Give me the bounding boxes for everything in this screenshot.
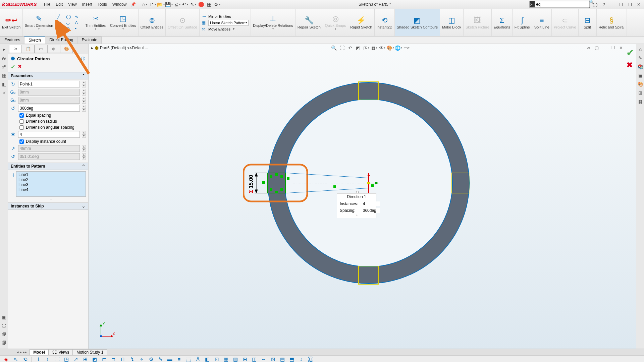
dirbox-expand-icon[interactable]: ⌃	[337, 214, 376, 218]
save-icon[interactable]: 💾▾	[166, 1, 172, 7]
dim-angular-checkbox[interactable]	[19, 125, 24, 130]
line-icon[interactable]: ╱	[57, 14, 63, 19]
search-input[interactable]	[535, 2, 588, 7]
arc-icon[interactable]: ◡	[66, 20, 72, 25]
radius-input[interactable]	[18, 145, 80, 152]
command-search[interactable]: ≻_ 🔍▾	[529, 1, 590, 8]
close-icon[interactable]: ✕	[635, 1, 642, 8]
equations-button[interactable]: ΣEquations	[492, 9, 513, 36]
entity-item[interactable]: Line2	[18, 177, 84, 182]
display-delete-button[interactable]: ⊥Display/Delete Relations▾	[251, 9, 296, 36]
move-icon[interactable]: ⤱	[202, 26, 207, 32]
b-i28-icon[interactable]: ⬒	[289, 356, 295, 362]
fm-tab-config-icon[interactable]: 🗃	[35, 45, 47, 53]
list-handle[interactable]: ◦	[16, 197, 86, 201]
b-i22-icon[interactable]: ▨	[232, 356, 238, 362]
b-i23-icon[interactable]: ⊞	[242, 356, 248, 362]
r-home-icon[interactable]: ⌂	[637, 46, 644, 53]
circle-icon[interactable]: ◯	[66, 14, 72, 19]
b-i11-icon[interactable]: ↯	[129, 356, 135, 362]
b-i12-icon[interactable]: ⌖	[139, 356, 145, 362]
entity-item[interactable]: Line1	[18, 172, 84, 177]
part-graphics[interactable]: Σ 15.00	[243, 57, 494, 309]
make-block-button[interactable]: ◫Make Block	[440, 9, 464, 36]
split-button[interactable]: ⊟Split	[579, 9, 597, 36]
open-icon[interactable]: 📂▾	[158, 1, 164, 7]
b-i7-icon[interactable]: ◩	[92, 356, 98, 362]
ellipse-icon[interactable]: ◠	[66, 26, 72, 31]
trim-button[interactable]: ✂Trim Entities▾	[83, 9, 108, 36]
menu-insert[interactable]: Insert	[79, 2, 95, 7]
point-icon[interactable]: •	[75, 26, 81, 31]
b-i30-icon[interactable]: ⿴	[308, 356, 314, 362]
fit-spline-button[interactable]: ∫Fit Spline	[513, 9, 532, 36]
r-libs-icon[interactable]: 📚	[637, 63, 644, 70]
b-i6-icon[interactable]: ⊞	[82, 356, 88, 362]
bottom-tab-motion[interactable]: Motion Study 1	[73, 349, 107, 355]
strip-e4-icon[interactable]: 🗐	[1, 340, 7, 347]
instant2d-button[interactable]: ⟲Instant2D	[375, 9, 395, 36]
b-i4-icon[interactable]: ◳	[63, 356, 69, 362]
b-i9-icon[interactable]: ⊐	[110, 356, 116, 362]
view-orient-icon[interactable]: ◳▾	[363, 45, 370, 51]
equal-spacing-checkbox[interactable]	[19, 113, 24, 118]
b-i14-icon[interactable]: ✎	[157, 356, 163, 362]
r-custom-icon[interactable]: ⊞	[637, 89, 644, 96]
helix-button[interactable]: §Helix and Spiral	[597, 9, 627, 36]
doc-win-restore-icon[interactable]: ▱	[586, 45, 592, 50]
restore-icon[interactable]: ❐	[618, 1, 625, 8]
spline-icon[interactable]: ∿	[75, 14, 81, 19]
repair-button[interactable]: 🔧Repair Sketch	[296, 9, 323, 36]
fm-tab-appear-icon[interactable]: 🎨	[60, 45, 73, 53]
b-i13-icon[interactable]: ⚙	[148, 356, 154, 362]
hide-show-icon[interactable]: 👁▾	[379, 45, 386, 51]
pattern-icon[interactable]: ▦	[202, 20, 207, 25]
menu-window[interactable]: Window	[110, 2, 129, 7]
b-i16-icon[interactable]: ≡	[176, 356, 182, 362]
center-point-input[interactable]	[18, 81, 80, 87]
poly-icon[interactable]: ⬡	[57, 26, 63, 31]
strip-e3-icon[interactable]: 🗊	[1, 331, 7, 338]
b-i25-icon[interactable]: ↔	[261, 356, 267, 362]
zoom-fit-icon[interactable]: 🔍	[331, 45, 337, 51]
shaded-contours-button[interactable]: ◩Shaded Sketch Contours	[395, 9, 440, 36]
ok-icon[interactable]: ✔	[11, 64, 15, 70]
split-line-button[interactable]: ≡Split Line	[532, 9, 552, 36]
b-i19-icon[interactable]: ◧	[204, 356, 210, 362]
b-select-icon[interactable]: ↖	[13, 356, 19, 362]
b-i2-icon[interactable]: ↕	[45, 356, 51, 362]
select-icon[interactable]: ↖▾	[190, 1, 196, 7]
convert-button[interactable]: ◳Convert Entities▾	[108, 9, 139, 36]
strip-arrow-icon[interactable]: ▸	[1, 46, 7, 53]
fm-tab-dim-icon[interactable]: ⊕	[47, 45, 60, 53]
b-i10-icon[interactable]: ⊓	[120, 356, 126, 362]
parameters-header[interactable]: Parameters⌃	[8, 72, 88, 79]
confirm-ok-icon[interactable]: ✔	[626, 47, 634, 58]
r-push-icon[interactable]: ✎	[637, 55, 644, 61]
entities-header[interactable]: Entities to Pattern⌃	[8, 163, 88, 170]
b-i18-icon[interactable]: Å	[195, 356, 201, 362]
dimension-text[interactable]: Σ 15.00	[248, 175, 254, 193]
options-icon[interactable]: ▦	[206, 1, 212, 7]
minimize-icon[interactable]: —	[609, 1, 616, 8]
tab-features[interactable]: Features	[0, 37, 24, 44]
strip-e1-icon[interactable]: ▣	[1, 314, 7, 320]
appearance-icon[interactable]: 🎨▾	[387, 45, 394, 51]
strip-a-icon[interactable]: 🗛	[1, 55, 7, 61]
menu-tools[interactable]: Tools	[95, 2, 110, 7]
disp-count-checkbox[interactable]	[19, 139, 24, 144]
tab-evaluate[interactable]: Evaluate	[77, 37, 102, 44]
move-label[interactable]: Move Entities	[208, 27, 230, 31]
home-icon[interactable]: ⌂▾	[142, 1, 148, 7]
center-x-input[interactable]	[18, 89, 80, 96]
prev-view-icon[interactable]: ↶	[347, 45, 354, 51]
entities-listbox[interactable]: Line1 Line2 Line3 Line4	[16, 171, 86, 197]
r-view-icon[interactable]: ▣	[637, 72, 644, 79]
direction-callout[interactable]: Direction 1 Instances: Spacing: ⌃	[337, 193, 376, 218]
b-i20-icon[interactable]: ⊡	[214, 356, 220, 362]
text-icon[interactable]: A	[75, 20, 81, 25]
b-sw-icon[interactable]: ◈	[3, 356, 9, 362]
strip-e2-icon[interactable]: 🖵	[1, 322, 7, 329]
rapid-sketch-button[interactable]: ⚡Rapid Sketch	[348, 9, 374, 36]
b-i3-icon[interactable]: ⛶	[54, 356, 60, 362]
